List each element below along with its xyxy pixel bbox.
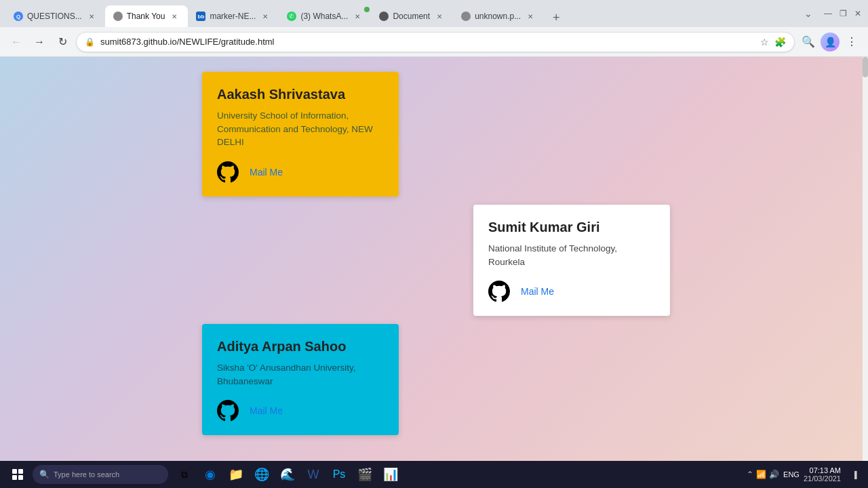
tab-questions-close[interactable]: ✕ — [86, 11, 97, 22]
profile-avatar: 👤 — [821, 33, 840, 52]
card-aditya: Aditya Arpan Sahoo Siksha 'O' Anusandhan… — [202, 324, 399, 435]
taskbar-app-edge[interactable]: ◉ — [198, 462, 222, 487]
taskbar-apps: ⧉ ◉ 📁 🌐 🌊 W Ps — [172, 462, 403, 487]
url-text: sumit6873.github.io/NEWLIFE/gratitude.ht… — [100, 37, 755, 47]
more-options-button[interactable]: ⋮ — [842, 33, 861, 52]
taskbar: 🔍 Type here to search ⧉ ◉ 📁 🌐 🌊 — [0, 461, 868, 488]
taskbar-search[interactable]: 🔍 Type here to search — [33, 465, 168, 484]
taskbar-app-word[interactable]: W — [301, 462, 326, 487]
card-sumit-name: Sumit Kumar Giri — [488, 220, 655, 235]
reload-button[interactable]: ↻ — [53, 33, 72, 52]
tab-strip: Q QUESTIONS... ✕ Thank You ✕ bb marker-N… — [5, 0, 799, 27]
search-icon: 🔍 — [39, 470, 50, 479]
toolbar-right: 🔍 👤 ⋮ — [799, 33, 861, 52]
card-aditya-footer: Mail Me — [217, 400, 384, 422]
profile-menu[interactable]: 👤 — [821, 33, 840, 52]
card-aditya-institution: Siksha 'O' Anusandhan University, Bhuban… — [217, 361, 384, 388]
tab-marker[interactable]: bb marker-NE... ✕ — [188, 5, 279, 27]
taskbar-app-new-edge[interactable]: 🌊 — [275, 462, 300, 487]
tab-questions-label: QUESTIONS... — [27, 12, 82, 21]
new-edge-icon: 🌊 — [280, 467, 295, 482]
card-aditya-name: Aditya Arpan Sahoo — [217, 339, 384, 354]
clock-time: 07:13 AM — [804, 466, 841, 474]
tab-questions[interactable]: Q QUESTIONS... ✕ — [5, 5, 105, 27]
tab-thankyou-close[interactable]: ✕ — [169, 11, 180, 22]
browser-frame: Q QUESTIONS... ✕ Thank You ✕ bb marker-N… — [0, 0, 868, 488]
explorer-icon: 📁 — [229, 467, 243, 482]
taskbar-right: ⌃ 📶 🔊 ENG 07:13 AM 21/03/2021 ▐ — [747, 465, 864, 484]
taskbar-app-davinci[interactable]: 🎬 — [353, 462, 377, 487]
tab-document-close[interactable]: ✕ — [434, 11, 445, 22]
toolbar: ← → ↻ 🔒 sumit6873.github.io/NEWLIFE/grat… — [0, 27, 868, 57]
tab-thankyou-label: Thank You — [127, 12, 165, 21]
ie-icon: 🌐 — [254, 467, 269, 482]
card-sumit-footer: Mail Me — [488, 281, 655, 302]
window-controls: — ❐ ✕ — [823, 9, 863, 18]
bookmark-icon[interactable]: ☆ — [760, 37, 769, 47]
title-bar: Q QUESTIONS... ✕ Thank You ✕ bb marker-N… — [0, 0, 868, 27]
taskbar-app-ie[interactable]: 🌐 — [250, 462, 274, 487]
lock-icon: 🔒 — [85, 37, 95, 47]
address-bar[interactable]: 🔒 sumit6873.github.io/NEWLIFE/gratitude.… — [76, 32, 795, 52]
tab-unknown-label: unknown.p... — [475, 12, 521, 21]
tab-marker-label: marker-NE... — [210, 12, 256, 21]
tab-scroll-chevron[interactable]: ⌄ — [799, 4, 818, 23]
card-sumit-mail-link[interactable]: Mail Me — [521, 286, 554, 297]
search-icon-toolbar[interactable]: 🔍 — [799, 33, 818, 52]
card-aakash-footer: Mail Me — [217, 161, 384, 183]
taskbar-app-explorer[interactable]: 📁 — [224, 462, 248, 487]
clock-date: 21/03/2021 — [804, 474, 841, 483]
scrollbar-track[interactable] — [863, 57, 868, 461]
taskbar-app-extra[interactable]: 📊 — [378, 462, 403, 487]
card-aditya-mail-link[interactable]: Mail Me — [250, 405, 283, 416]
card-aakash: Aakash Shrivastava University School of … — [202, 72, 399, 197]
davinci-icon: 🎬 — [357, 467, 372, 482]
task-view-icon: ⧉ — [181, 469, 188, 481]
card-aakash-mail-link[interactable]: Mail Me — [250, 167, 283, 178]
tab-whatsapp-close[interactable]: ✕ — [352, 11, 363, 22]
tab-document-label: Document — [393, 12, 430, 21]
forward-button[interactable]: → — [30, 33, 49, 52]
volume-icon[interactable]: 🔊 — [769, 470, 779, 479]
card-sumit-institution: National Institute of Technology, Rourke… — [488, 242, 655, 268]
extra-app-icon: 📊 — [383, 467, 398, 482]
network-icon[interactable]: 📶 — [756, 470, 766, 479]
card-aakash-name: Aakash Shrivastava — [217, 87, 384, 102]
extensions-icon[interactable]: 🧩 — [774, 37, 786, 47]
tab-unknown[interactable]: unknown.p... ✕ — [453, 5, 544, 27]
word-icon: W — [308, 468, 319, 482]
tab-marker-close[interactable]: ✕ — [260, 11, 271, 22]
show-desktop-button[interactable]: ▐ — [845, 465, 864, 484]
whatsapp-notification-badge — [364, 7, 370, 12]
language-indicator: ENG — [783, 470, 800, 479]
maximize-button[interactable]: ❐ — [838, 9, 848, 18]
tab-whatsapp[interactable]: ✆ (3) WhatsA... ✕ — [279, 5, 371, 27]
taskbar-app-ps[interactable]: Ps — [327, 462, 351, 487]
close-button[interactable]: ✕ — [853, 9, 863, 18]
tab-unknown-close[interactable]: ✕ — [525, 11, 536, 22]
start-button[interactable] — [4, 462, 31, 487]
scrollbar-thumb[interactable] — [863, 57, 868, 77]
taskbar-app-taskview[interactable]: ⧉ — [172, 462, 197, 487]
page-content: Aakash Shrivastava University School of … — [0, 57, 868, 461]
card-aakash-github-icon[interactable] — [217, 161, 239, 183]
system-tray: ⌃ 📶 🔊 — [747, 470, 779, 479]
tab-thankyou[interactable]: Thank You ✕ — [105, 5, 189, 27]
tab-document[interactable]: Document ✕ — [371, 5, 453, 27]
taskbar-search-placeholder: Type here to search — [54, 470, 119, 479]
card-sumit-github-icon[interactable] — [488, 281, 510, 302]
card-aakash-institution: University School of Information, Commun… — [217, 109, 384, 149]
windows-logo-icon — [12, 469, 23, 480]
edge-icon: ◉ — [205, 467, 216, 482]
tab-whatsapp-label: (3) WhatsA... — [300, 12, 348, 21]
card-aditya-github-icon[interactable] — [217, 400, 239, 422]
tray-chevron[interactable]: ⌃ — [747, 470, 753, 479]
system-clock[interactable]: 07:13 AM 21/03/2021 — [804, 466, 841, 483]
photoshop-icon: Ps — [333, 468, 346, 481]
new-tab-button[interactable]: + — [547, 8, 566, 27]
minimize-button[interactable]: — — [823, 9, 833, 18]
back-button[interactable]: ← — [7, 33, 26, 52]
card-sumit: Sumit Kumar Giri National Institute of T… — [473, 205, 670, 316]
